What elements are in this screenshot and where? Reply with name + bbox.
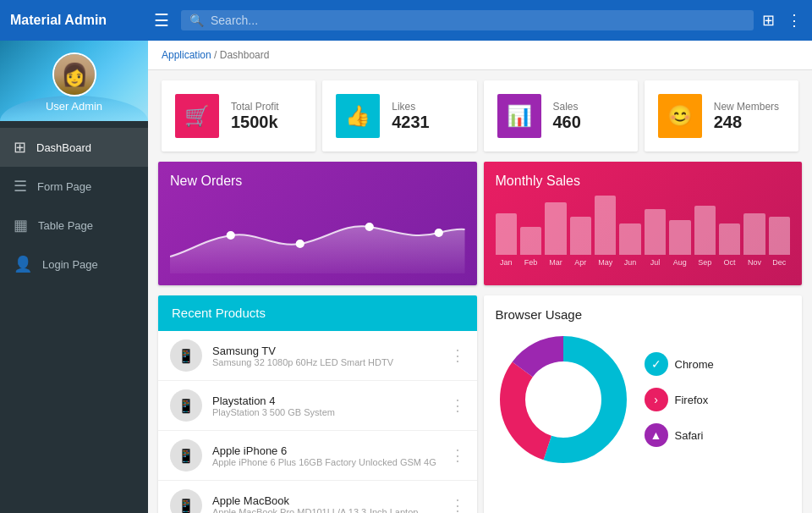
search-input[interactable]: [211, 14, 745, 27]
sales-month-label: May: [595, 258, 616, 267]
legend-label: Firefox: [675, 394, 709, 406]
dashboard-icon: ⊞: [14, 138, 26, 157]
sales-month-label: Jun: [619, 258, 640, 267]
sales-icon: 📊: [507, 104, 532, 128]
legend-dot: ✓: [645, 352, 668, 376]
svg-point-1: [297, 240, 304, 247]
stat-card-sales: 📊 Sales 460: [484, 80, 638, 152]
breadcrumb-app[interactable]: Application: [162, 49, 211, 61]
product-more-icon[interactable]: ⋮: [450, 446, 465, 465]
profit-value: 1500k: [231, 113, 279, 132]
product-name: Playstation 4: [212, 394, 440, 407]
members-label: New Members: [714, 101, 779, 113]
legend-dot: ›: [645, 388, 668, 411]
grid-icon[interactable]: ⊞: [762, 11, 775, 30]
products-header: Recent Products: [158, 295, 477, 331]
product-icon: 📱: [170, 389, 202, 422]
product-info: Samsung TV Samsung 32 1080p 60Hz LED Sma…: [212, 345, 440, 367]
product-more-icon[interactable]: ⋮: [450, 396, 465, 415]
breadcrumb-dashboard: Dashboard: [220, 49, 270, 61]
product-desc: PlayStation 3 500 GB System: [212, 407, 440, 417]
sidebar-item-table[interactable]: ▦ Table Page: [0, 206, 148, 245]
product-item: 📱 Samsung TV Samsung 32 1080p 60Hz LED S…: [158, 331, 477, 381]
sales-labels: JanFebMarAprMayJunJulAugSepOctNovDec: [496, 258, 791, 267]
menu-icon[interactable]: ☰: [154, 10, 169, 30]
likes-icon: 👍: [345, 104, 370, 128]
stat-card-members: 😊 New Members 248: [645, 80, 798, 152]
sales-month-label: Aug: [669, 258, 690, 267]
legend-item: ✓ Chrome: [645, 352, 714, 376]
sales-bar: [669, 220, 690, 255]
legend-item: › Firefox: [645, 388, 714, 411]
legend-label: Chrome: [675, 358, 714, 371]
product-desc: Samsung 32 1080p 60Hz LED Smart HDTV: [212, 357, 440, 367]
sales-month-label: Dec: [769, 258, 790, 267]
product-item: 📱 Playstation 4 PlayStation 3 500 GB Sys…: [158, 381, 477, 431]
orders-title: New Orders: [170, 174, 465, 189]
donut-chart: [496, 332, 631, 467]
product-icon: 📱: [170, 489, 202, 513]
product-icon: 📱: [170, 439, 202, 472]
avatar-image: 👩: [54, 54, 95, 95]
browser-legend: ✓ Chrome › Firefox ▲ Safari: [645, 352, 714, 447]
product-more-icon[interactable]: ⋮: [450, 346, 465, 365]
likes-icon-box: 👍: [336, 94, 380, 138]
avatar: 👩: [52, 52, 96, 97]
product-item: 📱 Apple MacBook Apple MacBook Pro MD101L…: [158, 481, 477, 513]
sales-month-label: Jul: [645, 258, 666, 267]
sales-month-label: Sep: [694, 258, 716, 267]
content-area: Application / Dashboard 🛒 Total Profit 1…: [148, 41, 812, 513]
svg-point-2: [366, 223, 373, 230]
products-title: Recent Products: [172, 306, 266, 320]
likes-value: 4231: [392, 113, 430, 132]
sales-title: Monthly Sales: [496, 174, 791, 189]
search-icon: 🔍: [189, 14, 204, 27]
donut-svg: [496, 332, 631, 467]
products-list: 📱 Samsung TV Samsung 32 1080p 60Hz LED S…: [158, 331, 477, 513]
more-icon[interactable]: ⋮: [787, 11, 802, 30]
stat-card-likes: 👍 Likes 4231: [322, 80, 476, 152]
stat-card-profit: 🛒 Total Profit 1500k: [162, 80, 315, 152]
sidebar: 👩 User Admin ⊞ DashBoard ☰ Form Page ▦ T…: [0, 41, 148, 513]
sales-bar: [694, 206, 716, 255]
sales-info: Sales 460: [553, 101, 581, 132]
svg-point-3: [436, 229, 442, 236]
topbar: Material Admin ☰ 🔍 ⊞ ⋮: [0, 0, 812, 41]
profit-icon-box: 🛒: [175, 94, 219, 138]
sales-bar: [570, 217, 591, 255]
members-info: New Members 248: [714, 101, 779, 132]
sales-month-label: Nov: [743, 258, 765, 267]
main-layout: 👩 User Admin ⊞ DashBoard ☰ Form Page ▦ T…: [0, 41, 812, 513]
product-name: Samsung TV: [212, 345, 440, 357]
browser-card: Browser Usage ✓ Chr: [484, 295, 803, 513]
sales-bar: [545, 202, 566, 255]
members-icon: 😊: [667, 104, 693, 128]
sales-month-label: Feb: [520, 258, 541, 267]
sidebar-item-label: Table Page: [38, 219, 93, 232]
bottom-row: Recent Products 📱 Samsung TV Samsung 32 …: [148, 285, 812, 513]
members-value: 248: [714, 113, 779, 132]
sales-bar: [645, 209, 666, 255]
orders-card: New Orders: [158, 162, 477, 285]
charts-row: New Orders: [148, 152, 812, 285]
sidebar-user: 👩 User Admin: [0, 41, 148, 121]
sales-bar: [520, 227, 541, 255]
table-icon: ▦: [14, 216, 28, 234]
sidebar-item-form[interactable]: ☰ Form Page: [0, 167, 148, 206]
brand-title: Material Admin: [10, 13, 145, 28]
sales-bar: [496, 213, 517, 255]
sales-value: 460: [553, 113, 581, 132]
browser-content: ✓ Chrome › Firefox ▲ Safari: [496, 332, 791, 467]
sales-bar: [595, 196, 616, 255]
sidebar-item-dashboard[interactable]: ⊞ DashBoard: [0, 128, 148, 167]
sidebar-item-label: Login Page: [42, 258, 98, 271]
product-name: Apple iPhone 6: [212, 444, 440, 457]
likes-label: Likes: [392, 101, 430, 113]
sidebar-item-login[interactable]: 👤 Login Page: [0, 245, 148, 284]
product-info: Playstation 4 PlayStation 3 500 GB Syste…: [212, 394, 440, 417]
legend-dot: ▲: [645, 423, 668, 447]
sales-card: Monthly Sales JanFebMarAprMayJunJulAugSe…: [484, 162, 803, 285]
product-more-icon[interactable]: ⋮: [450, 496, 465, 513]
orders-svg: [170, 197, 465, 273]
stats-row: 🛒 Total Profit 1500k 👍 Likes 4231: [148, 70, 812, 152]
